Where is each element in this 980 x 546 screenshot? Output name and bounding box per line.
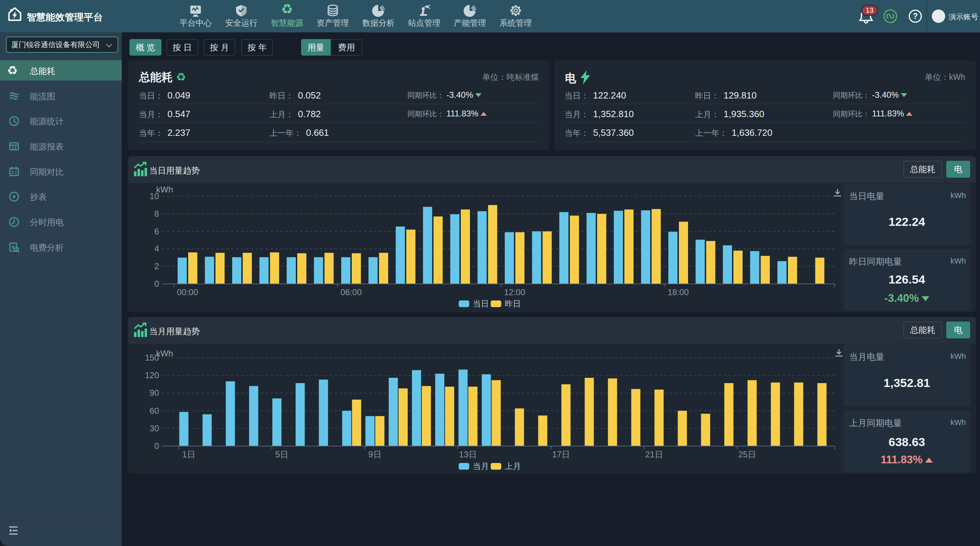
svg-text:当日: 当日 (473, 299, 489, 308)
svg-text:90: 90 (150, 388, 159, 398)
svg-text:30: 30 (150, 423, 159, 433)
svg-text:kWh: kWh (156, 349, 173, 358)
svg-text:8: 8 (154, 209, 159, 218)
svg-text:0: 0 (154, 441, 159, 450)
svg-text:06:00: 06:00 (340, 287, 362, 297)
svg-text:9日: 9日 (368, 450, 381, 459)
svg-text:?: ? (913, 12, 918, 21)
svg-text:00:00: 00:00 (177, 287, 198, 297)
svg-text:5日: 5日 (275, 450, 288, 459)
svg-text:120: 120 (145, 371, 159, 380)
svg-text:昨日: 昨日 (505, 299, 521, 308)
svg-text:13日: 13日 (459, 450, 477, 459)
svg-text:上月: 上月 (505, 462, 521, 471)
svg-text:4: 4 (154, 244, 159, 253)
svg-text:21日: 21日 (645, 450, 663, 459)
svg-text:2: 2 (154, 261, 159, 271)
svg-text:17日: 17日 (552, 450, 570, 459)
svg-text:12:00: 12:00 (504, 287, 525, 297)
svg-text:60: 60 (150, 406, 159, 415)
svg-text:25日: 25日 (738, 450, 756, 459)
svg-text:0: 0 (154, 279, 159, 288)
svg-text:kWh: kWh (156, 185, 173, 194)
svg-text:18:00: 18:00 (668, 287, 689, 297)
svg-text:6: 6 (154, 226, 159, 236)
svg-text:1日: 1日 (182, 450, 195, 459)
svg-text:当月: 当月 (473, 462, 489, 471)
